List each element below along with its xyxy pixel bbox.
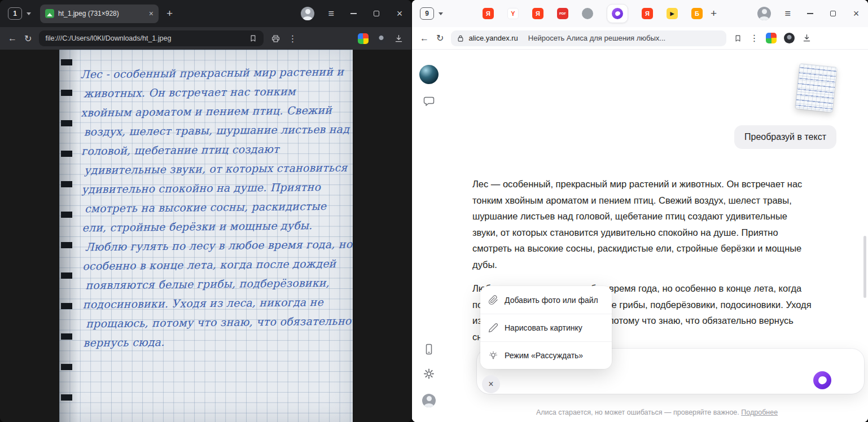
handwriting-line: прощаюсь, потому что знаю, что обязатель…	[85, 311, 350, 333]
minimize-button[interactable]	[806, 10, 814, 17]
user-avatar[interactable]	[422, 394, 436, 407]
user-message-bubble: Преобразуй в текст	[734, 125, 836, 149]
tab-favicon-pdf[interactable]: PDF	[557, 8, 568, 19]
bookmark-icon[interactable]	[249, 34, 257, 43]
left-titlebar: 1 ht_1.jpeg (731×928) × + ≡ ×	[0, 0, 411, 27]
menu-item-label: Нарисовать картинку	[505, 323, 582, 332]
handwriting-line: особенно в конце лета, когда после дожде…	[82, 254, 349, 276]
tab-favicon-service[interactable]: Б	[691, 8, 703, 19]
screen: 1 ht_1.jpeg (731×928) × + ≡ × ← ↻ file:/…	[0, 0, 868, 422]
handwriting-line: головой, щебетание птиц создают	[81, 139, 348, 161]
attach-menu: Добавить фото или файл Нарисовать картин…	[480, 286, 612, 369]
download-icon[interactable]	[802, 33, 812, 43]
image-file-icon	[45, 9, 54, 18]
alice-sidebar	[412, 50, 446, 422]
profile-avatar[interactable]	[757, 7, 771, 20]
extension-dark-icon[interactable]	[784, 33, 795, 43]
close-button[interactable]: ×	[852, 10, 860, 17]
back-icon[interactable]: ←	[8, 33, 17, 43]
extension-tiles-icon[interactable]	[766, 33, 777, 43]
back-icon[interactable]: ←	[420, 33, 429, 43]
chevron-down-icon[interactable]	[439, 12, 443, 15]
chats-icon[interactable]	[423, 95, 435, 107]
handwriting-line: Люблю гулять по лесу в любое время года,…	[85, 235, 349, 257]
download-icon[interactable]	[394, 34, 404, 43]
handwriting-line: ели, стройные берёзки и мощные дубы.	[82, 216, 349, 238]
handwriting-line: удивительно спокойно на душе. Приятно	[81, 177, 349, 199]
left-browser-window: 1 ht_1.jpeg (731×928) × + ≡ × ← ↻ file:/…	[0, 0, 411, 422]
tab-close-icon[interactable]: ×	[149, 10, 154, 17]
tab-favicon-site[interactable]	[582, 8, 593, 19]
close-button[interactable]: ×	[396, 10, 404, 17]
menu-item-draw-image[interactable]: Нарисовать картинку	[480, 314, 612, 341]
url-host: alice.yandex.ru	[468, 34, 518, 42]
right-toolbar: ← ↻ alice.yandex.ru Нейросеть Алиса для …	[412, 27, 868, 50]
maximize-button[interactable]	[829, 10, 837, 17]
refresh-icon[interactable]: ↻	[436, 33, 444, 43]
alice-logo[interactable]	[419, 65, 439, 84]
tab-favicon-yandex-search[interactable]: Y	[507, 8, 519, 19]
alice-orb-button[interactable]	[813, 371, 831, 389]
tab-favicon-media[interactable]: ▶	[667, 8, 678, 19]
handwriting-line: хвойным ароматом и пением птиц. Свежий	[81, 100, 348, 122]
new-tab-button[interactable]: +	[166, 7, 173, 20]
tab-counter-badge[interactable]: 1	[8, 7, 22, 20]
answer-paragraph: Лес — особенный, прекрасный мир растений…	[472, 176, 813, 272]
address-bar[interactable]: alice.yandex.ru Нейросеть Алиса для реше…	[451, 30, 726, 46]
tab-title: ht_1.jpeg (731×928)	[58, 10, 145, 17]
tab-favicon-yandex[interactable]: Я	[532, 8, 543, 19]
chevron-down-icon[interactable]	[27, 12, 31, 15]
bookmark-icon[interactable]	[734, 34, 742, 43]
menu-icon[interactable]: ≡	[784, 8, 791, 20]
tab-counter-badge[interactable]: 9	[420, 7, 434, 20]
address-bar[interactable]: file:///C:/Users/l0Kl/Downloads/ht_1.jpe…	[39, 30, 264, 46]
new-tab-button[interactable]: +	[711, 7, 717, 20]
tab-active-alice[interactable]	[607, 4, 628, 23]
pinned-tabs-row: Я Y Я PDF Я ▶ Б	[483, 4, 703, 23]
print-icon[interactable]	[271, 34, 280, 43]
page-title: Нейросеть Алиса для решения любых...	[528, 34, 665, 42]
extension-dark-icon[interactable]	[376, 33, 387, 44]
gear-icon[interactable]	[423, 368, 435, 380]
left-toolbar: ← ↻ file:///C:/Users/l0Kl/Downloads/ht_1…	[0, 27, 411, 50]
refresh-icon[interactable]: ↻	[24, 33, 32, 44]
handwriting-line: животных. Он встречает нас тонким	[83, 81, 348, 103]
right-browser-window: 9 Я Y Я PDF Я ▶ Б + ≡ ×	[412, 0, 868, 422]
spiral-binding	[61, 54, 72, 422]
idea-icon	[488, 350, 498, 361]
tab-favicon-alice	[612, 8, 623, 19]
image-viewer: Лес - особенный прекрасный мир растений …	[0, 50, 411, 422]
phone-icon[interactable]	[423, 343, 435, 355]
profile-avatar[interactable]	[301, 7, 314, 20]
handwriting-line: воздух, шелест травы, шуршание листьев н…	[84, 120, 348, 142]
handwriting-line: Лес - особенный прекрасный мир растений …	[80, 62, 348, 84]
disclaimer: Алиса старается, но может ошибаться — пр…	[446, 408, 868, 416]
tab-ht1-jpeg[interactable]: ht_1.jpeg (731×928) ×	[40, 5, 159, 23]
extension-tiles-icon[interactable]	[358, 33, 369, 44]
alice-chat-page: Преобразуй в текст Лес — особенный, прек…	[412, 50, 868, 422]
handwriting-line: вернусь сюда.	[83, 331, 350, 353]
lock-icon	[457, 34, 464, 42]
disclaimer-text: Алиса старается, но может ошибаться — пр…	[536, 408, 739, 416]
attached-image-thumbnail[interactable]	[795, 64, 837, 112]
menu-item-label: Режим «Рассуждать»	[505, 351, 583, 360]
close-menu-button[interactable]: ×	[482, 375, 500, 393]
paperclip-icon	[488, 295, 498, 305]
menu-item-label: Добавить фото или файл	[505, 296, 598, 305]
handwritten-note-image: Лес - особенный прекрасный мир растений …	[59, 50, 353, 422]
menu-item-add-file[interactable]: Добавить фото или файл	[480, 286, 612, 314]
minimize-button[interactable]	[349, 10, 357, 17]
scrollbar-thumb[interactable]	[863, 236, 866, 298]
more-info-link[interactable]: Подробнее	[741, 408, 778, 416]
more-options-icon[interactable]: ⋮	[288, 33, 297, 44]
handwriting-line: смотреть на высокие сосны, раскидистые	[84, 196, 349, 218]
brush-icon	[488, 323, 498, 333]
tab-favicon-yandex[interactable]: Я	[642, 8, 653, 19]
maximize-button[interactable]	[372, 10, 380, 17]
handwriting: Лес - особенный прекрасный мир растений …	[80, 62, 350, 353]
menu-icon[interactable]: ≡	[328, 8, 334, 20]
handwriting-line: появляются белые грибы, подберёзовики,	[85, 273, 350, 295]
tab-favicon-yandex[interactable]: Я	[483, 8, 494, 19]
more-options-icon[interactable]: ⋮	[749, 33, 759, 43]
menu-item-reasoning-mode[interactable]: Режим «Рассуждать»	[480, 341, 612, 369]
